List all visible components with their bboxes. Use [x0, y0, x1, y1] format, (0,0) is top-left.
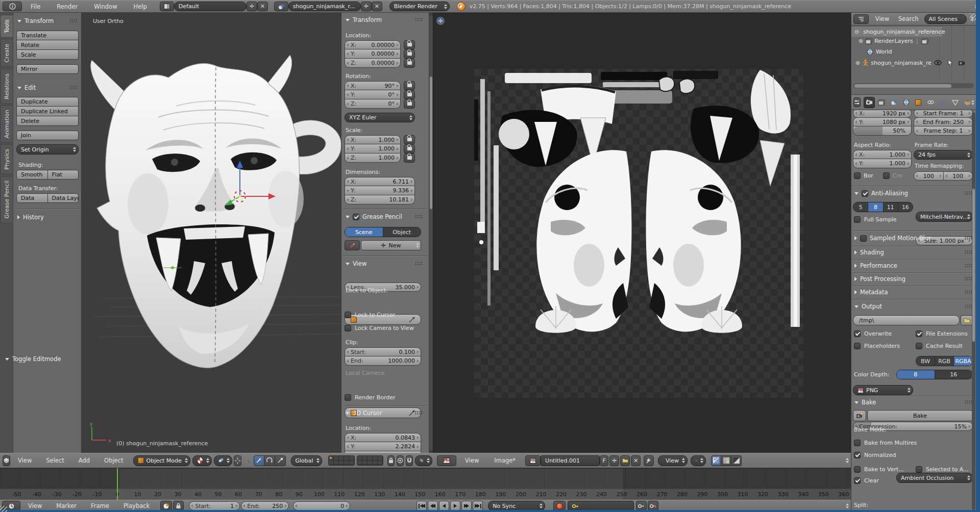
layer-cell[interactable] — [378, 460, 383, 465]
location-field[interactable]: Z:0.00000 — [345, 59, 401, 68]
selected-to-active-checkbox[interactable] — [916, 466, 922, 473]
draw-channel-color-alpha-toggle[interactable] — [711, 455, 721, 466]
normalized-checkbox[interactable] — [854, 452, 861, 458]
sampled-motion-blur-header[interactable]: Sampled Motion Blur — [854, 235, 973, 242]
tool-button[interactable]: Scale — [16, 50, 79, 60]
dimension-field[interactable]: Y:9.336 — [345, 186, 415, 195]
panel-drag-grip-icon[interactable] — [69, 19, 78, 23]
visibility-eye-icon[interactable] — [934, 60, 942, 65]
frame-step-field[interactable]: Frame Step: 1 — [914, 126, 973, 136]
outliner-scrollbar[interactable] — [853, 83, 974, 88]
layer-cell[interactable] — [329, 456, 334, 460]
output-browse-button[interactable] — [961, 315, 973, 325]
toolshelf-tab[interactable]: Grease Pencil — [0, 176, 13, 223]
uv-image-editor[interactable]: ✛ — [433, 13, 851, 453]
lock-rotation-z-button[interactable] — [404, 99, 415, 109]
panel-drag-grip-icon[interactable] — [415, 215, 423, 219]
tab-scene[interactable] — [888, 97, 899, 108]
scene-icon-button[interactable] — [274, 2, 288, 11]
tab-render-layers[interactable] — [876, 97, 887, 108]
layer-cell[interactable] — [378, 456, 383, 460]
draw-channel-color-toggle[interactable] — [721, 455, 731, 466]
toolshelf-tab[interactable]: Relations — [0, 69, 13, 104]
layer-cell[interactable] — [344, 456, 349, 460]
uv-pivot-dropdown[interactable] — [691, 455, 706, 466]
depth-option[interactable]: 8 — [897, 370, 935, 379]
panel-drag-grip-icon[interactable] — [69, 86, 78, 90]
layer-cell[interactable] — [339, 460, 344, 465]
snap-toggle-button[interactable] — [406, 455, 413, 466]
performance-header[interactable]: Performance — [854, 262, 973, 269]
panel-drag-grip-icon[interactable] — [415, 262, 423, 266]
menu-item[interactable]: Render — [52, 3, 82, 10]
dimension-field[interactable]: X:6.711 — [345, 177, 415, 186]
history-panel-header[interactable]: History — [17, 214, 78, 221]
tab-constraints[interactable] — [925, 97, 936, 108]
menu-item[interactable]: Help — [129, 3, 152, 10]
grease-pencil-layer-dropdown[interactable] — [345, 240, 360, 250]
toolshelf-tab[interactable]: Physics — [0, 144, 13, 174]
lock-range-button[interactable] — [173, 501, 184, 511]
manipulator-scale-toggle[interactable] — [275, 455, 286, 466]
shade-smooth-button[interactable]: Smooth — [16, 170, 48, 180]
layer-cell[interactable] — [362, 456, 368, 460]
menu-item[interactable]: Marker — [52, 502, 81, 509]
menu-item[interactable]: Frame — [86, 502, 114, 509]
editor-type-outliner-icon[interactable] — [853, 14, 869, 24]
tool-button[interactable]: Delete — [16, 116, 79, 126]
layer-cell[interactable] — [357, 460, 362, 465]
sync-dropdown[interactable]: No Sync — [488, 501, 545, 511]
tree-expand-icon[interactable]: ⊕ — [855, 60, 860, 66]
rotation-field[interactable]: X:90° — [345, 81, 401, 90]
lock-scale-y-button[interactable] — [404, 144, 415, 153]
layer-cell[interactable] — [334, 460, 339, 465]
transform-orientation-dropdown[interactable]: Global — [291, 455, 322, 466]
menu-item[interactable]: View — [23, 502, 46, 509]
depth-option[interactable]: 16 — [935, 370, 973, 379]
outliner-view-menu[interactable]: View — [871, 15, 894, 22]
fake-user-button[interactable]: F — [600, 455, 608, 466]
sampled-motion-blur-checkbox[interactable] — [860, 235, 867, 242]
menu-item[interactable]: File — [26, 3, 45, 10]
layer-cell[interactable] — [329, 460, 334, 465]
aa-sample-option[interactable]: 8 — [868, 202, 883, 212]
tool-button[interactable]: Rotate — [16, 40, 79, 50]
menu-item[interactable]: View — [13, 457, 36, 464]
view-section-header[interactable]: View — [346, 260, 423, 267]
lock-scale-z-button[interactable] — [404, 153, 415, 163]
grease-pencil-new-button[interactable]: ✛New — [361, 240, 421, 250]
toolshelf-tab[interactable]: Tools — [0, 15, 13, 38]
location-field[interactable]: X:0.00000 — [345, 40, 401, 49]
edit-panel-header[interactable]: Edit — [17, 84, 78, 91]
layer-cell[interactable] — [349, 460, 354, 465]
renderability-camera-icon[interactable] — [958, 60, 965, 66]
delete-layout-button[interactable]: ✕ — [257, 2, 268, 11]
window-resize-corner[interactable] — [0, 506, 7, 512]
channel-option[interactable]: RGB — [935, 356, 954, 366]
outliner-scope-dropdown[interactable]: All Scenes — [924, 14, 967, 24]
metadata-header[interactable]: Metadata — [854, 289, 973, 296]
cursor-location-field[interactable]: X:0.0843 — [345, 433, 421, 442]
tab-world[interactable] — [900, 97, 912, 108]
open-image-button[interactable] — [620, 455, 630, 466]
outliner-row-scene[interactable]: ⊖ shogun_ninjamask_reference — [851, 27, 942, 37]
output-header[interactable]: Output — [854, 303, 973, 310]
overwrite-checkbox[interactable] — [854, 330, 861, 337]
jump-to-end-button[interactable] — [473, 501, 483, 511]
tool-button[interactable]: Duplicate — [16, 97, 79, 107]
post-processing-header[interactable]: Post Processing — [854, 275, 973, 283]
tab-render[interactable] — [864, 97, 875, 108]
outliner-row-renderlayers[interactable]: ⊕ RenderLayers | — [859, 38, 928, 44]
lock-rotation-y-button[interactable] — [404, 90, 415, 99]
unlink-image-button[interactable]: ✕ — [631, 455, 641, 466]
transform-panel-header[interactable]: Transform — [17, 17, 78, 24]
manipulator-translate-toggle[interactable] — [254, 455, 264, 466]
current-frame-field[interactable]: 0 — [293, 501, 350, 510]
layer-grid-left[interactable] — [328, 455, 355, 466]
outliner-search-menu[interactable]: Search — [894, 15, 923, 22]
layer-cell[interactable] — [349, 456, 354, 460]
screen-layout-selector[interactable]: Default — [174, 2, 247, 11]
outliner-row-world[interactable]: World — [867, 48, 892, 55]
layer-cell[interactable] — [357, 456, 362, 460]
gp-scene-toggle[interactable]: Scene — [345, 227, 383, 237]
